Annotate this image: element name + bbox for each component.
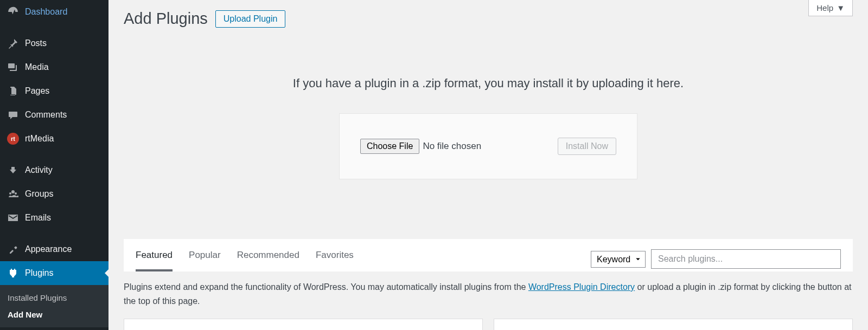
sidebar-item-label: Comments [25, 110, 67, 120]
sidebar-item-label: Plugins [25, 268, 53, 278]
search-type-select[interactable]: Keyword [591, 251, 646, 268]
choose-file-button[interactable]: Choose File [360, 139, 419, 154]
sidebar-item-label: Posts [25, 38, 47, 48]
sidebar-item-groups[interactable]: Groups [0, 182, 108, 206]
sidebar-item-label: Appearance [25, 244, 72, 254]
appearance-icon [7, 243, 20, 256]
sidebar-item-label: rtMedia [25, 134, 54, 144]
sidebar-item-activity[interactable]: Activity [0, 158, 108, 182]
sidebar-item-plugins[interactable]: Plugins [0, 261, 108, 285]
install-now-button[interactable]: Install Now [558, 138, 616, 155]
help-label: Help [816, 3, 833, 12]
sidebar-item-emails[interactable]: Emails [0, 206, 108, 230]
tab-featured[interactable]: Featured [136, 247, 173, 271]
sidebar-item-label: Groups [25, 189, 53, 199]
filter-bar: Featured Popular Recommended Favorites K… [124, 239, 853, 271]
submenu-installed-plugins[interactable]: Installed Plugins [0, 289, 108, 306]
admin-sidebar: Dashboard Posts Media Pages Comments rt … [0, 0, 108, 330]
plugins-icon [7, 267, 20, 280]
pages-icon [7, 85, 20, 98]
activity-icon [7, 164, 20, 177]
search-controls: Keyword [591, 249, 841, 269]
chevron-down-icon: ▼ [837, 3, 845, 12]
plugins-submenu: Installed Plugins Add New [0, 285, 108, 327]
sidebar-item-pages[interactable]: Pages [0, 79, 108, 103]
sidebar-item-label: Activity [25, 165, 53, 175]
help-tab[interactable]: Help ▼ [808, 0, 853, 16]
submenu-add-new[interactable]: Add New [0, 306, 108, 323]
upload-plugin-button[interactable]: Upload Plugin [215, 10, 286, 28]
plugin-directory-link[interactable]: WordPress Plugin Directory [528, 282, 635, 292]
tab-recommended[interactable]: Recommended [237, 247, 299, 271]
page-header: Add Plugins Upload Plugin [124, 10, 853, 28]
sidebar-item-comments[interactable]: Comments [0, 103, 108, 127]
groups-icon [7, 187, 20, 200]
plugin-cards-row [124, 319, 853, 330]
main-content: Help ▼ Add Plugins Upload Plugin If you … [108, 0, 868, 330]
sidebar-item-label: Emails [25, 213, 51, 223]
pin-icon [7, 37, 20, 50]
sidebar-item-label: Media [25, 62, 49, 72]
filter-tabs: Featured Popular Recommended Favorites [136, 247, 354, 271]
tab-favorites[interactable]: Favorites [316, 247, 354, 271]
tab-popular[interactable]: Popular [189, 247, 221, 271]
page-title: Add Plugins [124, 10, 208, 28]
rtmedia-icon: rt [7, 132, 20, 145]
sidebar-item-appearance[interactable]: Appearance [0, 237, 108, 261]
sidebar-item-rtmedia[interactable]: rt rtMedia [0, 127, 108, 151]
upload-section: If you have a plugin in a .zip format, y… [124, 76, 853, 179]
emails-icon [7, 211, 20, 224]
plugins-description: Plugins extend and expand the functional… [124, 280, 853, 308]
dashboard-icon [7, 5, 20, 18]
file-picker: Choose File No file chosen [360, 139, 481, 154]
plugin-card [494, 319, 853, 330]
upload-instructions: If you have a plugin in a .zip format, y… [124, 76, 853, 90]
plugin-card [124, 319, 483, 330]
sidebar-item-dashboard[interactable]: Dashboard [0, 0, 108, 24]
search-plugins-input[interactable] [651, 249, 841, 269]
sidebar-item-label: Pages [25, 86, 49, 96]
media-icon [7, 61, 20, 74]
file-status-text: No file chosen [423, 141, 481, 152]
comments-icon [7, 108, 20, 121]
sidebar-item-media[interactable]: Media [0, 55, 108, 79]
sidebar-item-label: Dashboard [25, 7, 67, 17]
upload-form: Choose File No file chosen Install Now [339, 113, 637, 179]
sidebar-item-posts[interactable]: Posts [0, 31, 108, 55]
